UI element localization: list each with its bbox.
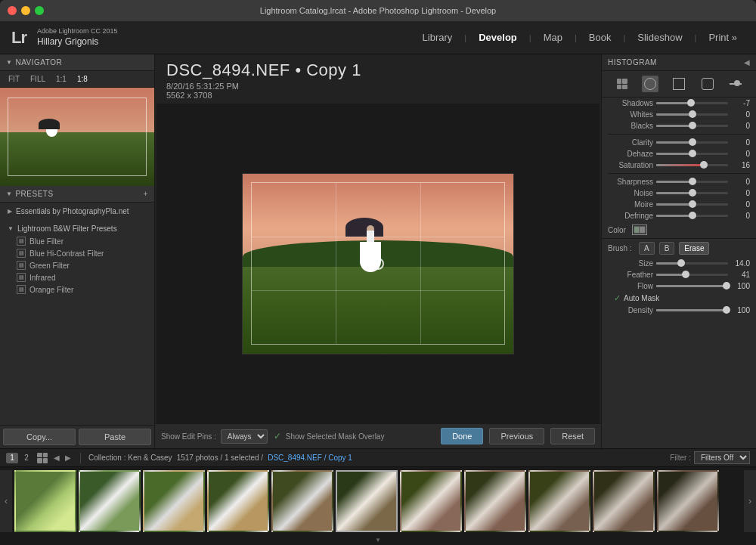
nav-book[interactable]: Book bbox=[581, 29, 619, 46]
filmstrip-thumb-6-selected[interactable] bbox=[336, 470, 398, 532]
filmstrip-right-arrow[interactable]: › bbox=[744, 470, 756, 532]
close-button[interactable] bbox=[8, 6, 17, 15]
page-num-1[interactable]: 1 bbox=[6, 453, 18, 463]
lr-logo: Lr bbox=[11, 28, 26, 48]
flow-handle[interactable] bbox=[723, 282, 730, 290]
filmstrip-expand[interactable]: ▼ bbox=[0, 535, 756, 545]
minimize-button[interactable] bbox=[21, 6, 30, 15]
size-handle[interactable] bbox=[677, 259, 685, 267]
show-mask-label[interactable]: Show Selected Mask Overlay bbox=[286, 432, 385, 441]
filmstrip-thumb-9[interactable] bbox=[528, 470, 590, 532]
nav-print[interactable]: Print » bbox=[701, 29, 745, 46]
filter-select[interactable]: Filters Off bbox=[694, 451, 750, 464]
preset-blue-filter[interactable]: ▤ Blue Filter bbox=[0, 235, 154, 247]
tool-circle-icon[interactable] bbox=[642, 76, 658, 92]
preset-infrared[interactable]: ▤ Infrared bbox=[0, 271, 154, 283]
whites-handle[interactable] bbox=[689, 110, 696, 118]
filmstrip-thumb-7[interactable] bbox=[400, 470, 462, 532]
filmstrip-thumb-2[interactable] bbox=[79, 470, 141, 532]
size-track[interactable] bbox=[656, 262, 728, 265]
edit-pins-select[interactable]: Always bbox=[221, 429, 268, 444]
zoom-1-8[interactable]: 1:8 bbox=[75, 74, 90, 84]
shadows-handle[interactable] bbox=[687, 99, 695, 107]
grid-cell-4 bbox=[622, 85, 627, 90]
saturation-handle[interactable] bbox=[700, 161, 708, 169]
blacks-handle[interactable] bbox=[689, 122, 696, 129]
saturation-track[interactable] bbox=[656, 164, 728, 166]
sharpness-track[interactable] bbox=[656, 181, 728, 183]
auto-mask-label[interactable]: Auto Mask bbox=[624, 294, 659, 302]
maximize-button[interactable] bbox=[35, 6, 44, 15]
breadcrumb-path[interactable]: DSC_8494.NEF / Copy 1 bbox=[268, 454, 352, 462]
previous-button[interactable]: Previous bbox=[489, 428, 544, 444]
clarity-handle[interactable] bbox=[689, 138, 696, 146]
tool-grid-icon[interactable] bbox=[614, 76, 631, 92]
filmstrip-thumb-4[interactable] bbox=[207, 470, 269, 532]
moire-handle[interactable] bbox=[689, 200, 696, 208]
whites-track[interactable] bbox=[656, 113, 728, 116]
sharpness-handle[interactable] bbox=[689, 178, 696, 185]
preset-group-essentials-header[interactable]: ▶ Essentials by PhotographyPla.net bbox=[0, 205, 154, 218]
feather-track[interactable] bbox=[656, 274, 728, 276]
presets-header: ▼ Presets + bbox=[0, 186, 154, 203]
moire-track[interactable] bbox=[656, 203, 728, 206]
zoom-fill[interactable]: FILL bbox=[28, 74, 48, 84]
nav-library[interactable]: Library bbox=[415, 29, 460, 46]
clarity-track[interactable] bbox=[656, 141, 728, 144]
defringe-track[interactable] bbox=[656, 215, 728, 217]
filmstrip-divider bbox=[80, 453, 81, 463]
copy-button[interactable]: Copy... bbox=[3, 429, 76, 445]
tool-round-square-icon[interactable] bbox=[699, 76, 716, 92]
color-swatch-icon[interactable] bbox=[632, 225, 647, 235]
zoom-fit[interactable]: FIT bbox=[6, 74, 22, 84]
filmstrip-thumb-5[interactable] bbox=[271, 470, 333, 532]
flow-track[interactable] bbox=[656, 285, 728, 287]
tool-slider-icon[interactable] bbox=[727, 76, 744, 92]
zoom-1-1[interactable]: 1:1 bbox=[54, 74, 69, 84]
density-track[interactable] bbox=[656, 309, 728, 311]
filmstrip-thumb-8[interactable] bbox=[464, 470, 526, 532]
filmstrip-thumb-3[interactable] bbox=[143, 470, 205, 532]
filmstrip-grid-icon[interactable] bbox=[37, 453, 48, 463]
histogram-arrow[interactable]: ◀ bbox=[744, 58, 750, 67]
brush-b-button[interactable]: B bbox=[659, 242, 675, 255]
preset-icon-5: ▤ bbox=[17, 285, 26, 294]
brush-a-button[interactable]: A bbox=[639, 242, 655, 255]
preset-green-filter[interactable]: ▤ Green Filter bbox=[0, 259, 154, 271]
filmstrip-thumb-10[interactable] bbox=[593, 470, 655, 532]
reset-button[interactable]: Reset bbox=[550, 428, 595, 444]
dehaze-handle[interactable] bbox=[689, 150, 696, 157]
navigator-thumbnail[interactable] bbox=[0, 88, 154, 186]
done-button[interactable]: Done bbox=[441, 428, 483, 444]
filmstrip-left-arrow[interactable]: ‹ bbox=[0, 470, 12, 532]
density-fill bbox=[656, 309, 728, 311]
image-viewer[interactable] bbox=[156, 104, 600, 423]
noise-handle[interactable] bbox=[689, 189, 696, 197]
brush-erase-button[interactable]: Erase bbox=[679, 242, 709, 255]
nav-prev-arrow[interactable]: ◀ bbox=[52, 454, 61, 462]
nav-map[interactable]: Map bbox=[536, 29, 570, 46]
tool-square-icon[interactable] bbox=[671, 76, 687, 92]
filter-section: Filter : Filters Off bbox=[670, 451, 750, 464]
page-num-2[interactable]: 2 bbox=[20, 453, 33, 463]
add-preset-button[interactable]: + bbox=[144, 190, 148, 198]
dehaze-track[interactable] bbox=[656, 153, 728, 155]
nav-slideshow[interactable]: Slideshow bbox=[630, 29, 689, 46]
paste-button[interactable]: Paste bbox=[79, 429, 151, 445]
filmstrip-thumb-1[interactable] bbox=[14, 470, 76, 532]
shadows-track[interactable] bbox=[656, 102, 728, 104]
nav-develop[interactable]: Develop bbox=[471, 29, 525, 46]
defringe-handle[interactable] bbox=[689, 212, 696, 219]
preset-blue-hicontrast[interactable]: ▤ Blue Hi-Contrast Filter bbox=[0, 247, 154, 259]
clarity-fill bbox=[656, 141, 692, 144]
preset-group-bw-header[interactable]: ▼ Lightroom B&W Filter Presets bbox=[0, 222, 154, 235]
density-handle[interactable] bbox=[723, 306, 730, 314]
blacks-track[interactable] bbox=[656, 125, 728, 127]
preset-orange-filter[interactable]: ▤ Orange Filter bbox=[0, 283, 154, 296]
preset-green-filter-label: Green Filter bbox=[29, 262, 70, 270]
filmstrip-thumb-11[interactable] bbox=[657, 470, 719, 532]
collection-label[interactable]: Collection : Ken & Casey bbox=[88, 454, 172, 462]
feather-handle[interactable] bbox=[682, 271, 689, 278]
noise-track[interactable] bbox=[656, 192, 728, 194]
nav-next-arrow[interactable]: ▶ bbox=[64, 454, 73, 462]
